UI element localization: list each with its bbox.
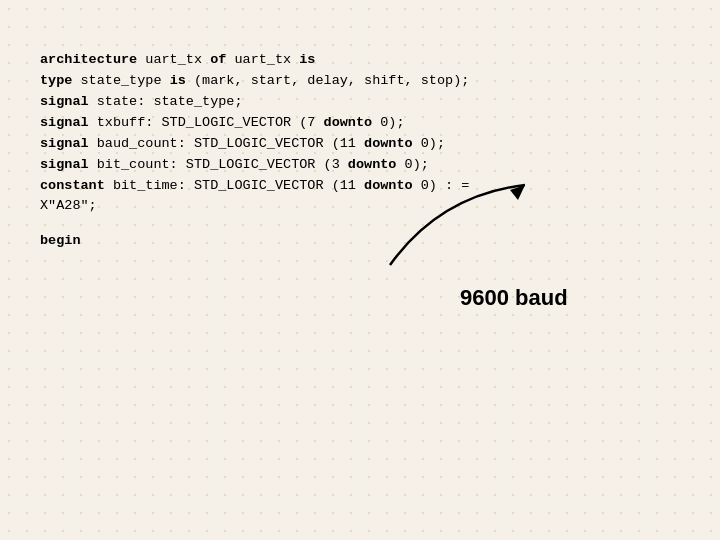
code-line-6: signal bit_count: STD_LOGIC_VECTOR (3 do… <box>40 155 469 176</box>
kw-architecture: architecture <box>40 52 137 67</box>
kw-downto-1: downto <box>324 115 373 130</box>
code-line-2: type state_type is (mark, start, delay, … <box>40 71 469 92</box>
annotation-arrow <box>380 175 540 275</box>
kw-signal-4: signal <box>40 157 89 172</box>
kw-of: of <box>210 52 226 67</box>
kw-signal-3: signal <box>40 136 89 151</box>
kw-downto-2: downto <box>364 136 413 151</box>
kw-type: type <box>40 73 72 88</box>
code-line-1: architecture uart_tx of uart_tx is <box>40 50 469 71</box>
kw-is-1: is <box>299 52 315 67</box>
kw-is-2: is <box>170 73 186 88</box>
kw-signal-2: signal <box>40 115 89 130</box>
code-line-3: signal state: state_type; <box>40 92 469 113</box>
kw-constant: constant <box>40 178 105 193</box>
kw-signal-1: signal <box>40 94 89 109</box>
annotation-label: 9600 baud <box>460 285 568 311</box>
code-line-5: signal baud_count: STD_LOGIC_VECTOR (11 … <box>40 134 469 155</box>
code-line-4: signal txbuff: STD_LOGIC_VECTOR (7 downt… <box>40 113 469 134</box>
kw-begin: begin <box>40 233 81 248</box>
kw-downto-3: downto <box>348 157 397 172</box>
